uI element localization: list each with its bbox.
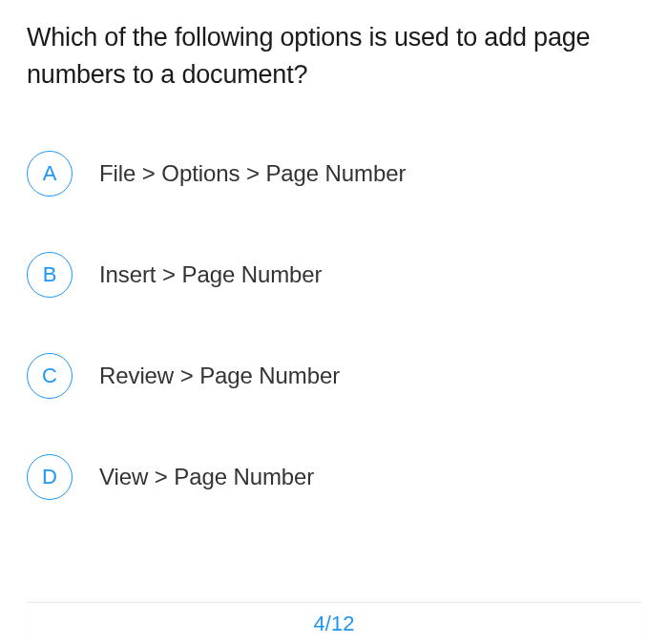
progress-bar: 4/12 <box>27 602 641 644</box>
option-text-a: File > Options > Page Number <box>99 160 406 187</box>
option-letter-a: A <box>27 151 73 197</box>
option-c[interactable]: C Review > Page Number <box>27 353 641 399</box>
option-d[interactable]: D View > Page Number <box>27 454 641 500</box>
quiz-container: Which of the following options is used t… <box>0 0 668 500</box>
question-text: Which of the following options is used t… <box>27 19 641 93</box>
option-text-c: Review > Page Number <box>99 363 340 389</box>
option-letter-b: B <box>27 252 73 298</box>
option-text-b: Insert > Page Number <box>99 261 322 288</box>
option-letter-c: C <box>27 353 73 399</box>
option-text-d: View > Page Number <box>99 464 314 490</box>
option-letter-d: D <box>27 454 73 500</box>
option-b[interactable]: B Insert > Page Number <box>27 252 641 298</box>
option-a[interactable]: A File > Options > Page Number <box>27 151 641 197</box>
progress-text: 4/12 <box>314 612 355 636</box>
